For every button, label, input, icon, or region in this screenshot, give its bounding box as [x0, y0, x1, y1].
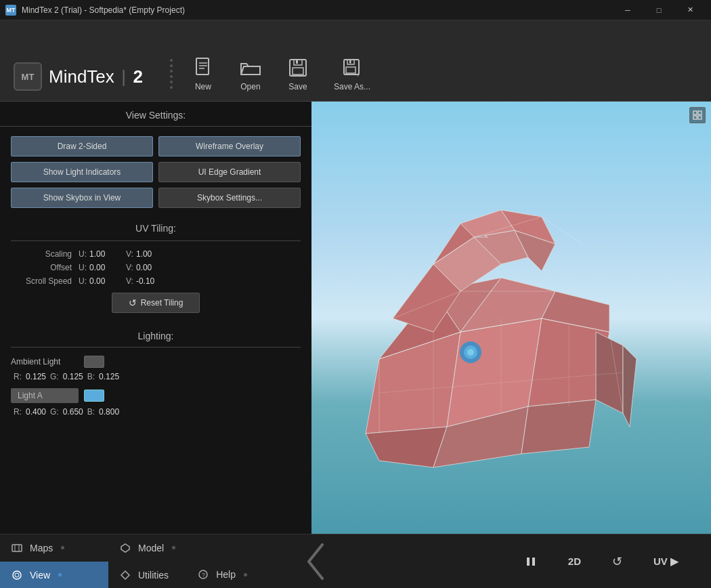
ui-edge-button[interactable]: UI Edge Gradient	[158, 162, 301, 182]
open-label: Open	[240, 82, 260, 91]
titlebar: MT MindTex 2 (Trial) - Softpedia* (Empty…	[0, 0, 711, 20]
offset-label: Offset	[11, 263, 79, 272]
svg-marker-58	[121, 544, 129, 552]
scaling-u-field: U: 1.00	[79, 249, 115, 259]
light-a-r-value: 0.400	[26, 407, 46, 417]
model-label: Model	[138, 543, 164, 553]
ambient-g-label: G:	[50, 372, 59, 381]
svg-marker-33	[521, 400, 596, 454]
2d-mode-button[interactable]: 2D	[563, 553, 586, 570]
view-btn-row-2: Show Light Indicators UI Edge Gradient	[0, 159, 311, 185]
ambient-b-label: B:	[87, 372, 95, 381]
light-a-swatch[interactable]	[84, 390, 104, 402]
logo-badge: MT	[14, 62, 42, 91]
svg-rect-0	[196, 58, 209, 75]
viewport-controls: 2D ↺ UV ▶	[258, 551, 711, 572]
nav-utilities[interactable]: Utilities	[108, 562, 186, 589]
wireframe-button[interactable]: Wireframe Overlay	[158, 136, 301, 156]
reset-tiling-button[interactable]: ↺ Reset Tiling	[112, 293, 200, 313]
help-icon: ?	[197, 568, 209, 581]
pause-button[interactable]	[519, 553, 542, 570]
uv-mode-button[interactable]: UV ▶	[648, 553, 684, 570]
ambient-swatch[interactable]	[84, 356, 104, 368]
svg-rect-6	[293, 68, 303, 75]
saveas-label: Save As...	[334, 82, 370, 91]
svg-text:?: ?	[202, 572, 205, 579]
close-button[interactable]: ✕	[674, 0, 706, 20]
maps-label: Maps	[30, 543, 53, 553]
help-label: Help	[216, 569, 236, 580]
model-icon	[119, 542, 131, 554]
logo-version: 2	[133, 66, 143, 87]
skybox-settings-button[interactable]: Skybox Settings...	[158, 188, 301, 208]
saveas-button[interactable]: + Save As...	[328, 54, 376, 94]
nav-model[interactable]: Model	[108, 534, 186, 562]
ambient-g-value: 0.125	[63, 372, 83, 381]
main-area: View Settings: Draw 2-Sided Wireframe Ov…	[0, 102, 711, 534]
reset-view-button[interactable]: ↺	[607, 551, 628, 572]
view-dot	[58, 573, 62, 576]
window-title: MindTex 2 (Trial) - Softpedia* (Empty Pr…	[22, 5, 185, 15]
svg-marker-35	[623, 345, 637, 427]
offset-v-value: 0.00	[136, 263, 162, 272]
left-arrow-button[interactable]	[299, 534, 332, 589]
offset-u-value: 0.00	[89, 263, 115, 272]
svg-rect-53	[12, 545, 22, 551]
light-a-row: Light A	[11, 388, 301, 403]
svg-rect-14	[698, 111, 702, 114]
offset-u-field: U: 0.00	[79, 263, 115, 272]
uv-tiling-title: UV Tiling:	[11, 217, 301, 241]
bottom-nav: Maps View Model Utilities	[0, 534, 711, 588]
scroll-v-field: V: -0.10	[126, 276, 162, 286]
nav-help[interactable]: ? Help	[186, 561, 258, 588]
svg-rect-61	[527, 558, 530, 566]
nav-maps[interactable]: Maps	[0, 534, 108, 562]
svg-text:+: +	[356, 72, 360, 79]
svg-rect-62	[532, 558, 535, 566]
nav-view[interactable]: View	[0, 562, 108, 589]
view-label: View	[30, 570, 50, 581]
draw2sided-button[interactable]: Draw 2-Sided	[11, 136, 153, 156]
nav-items-right: Model Utilities	[108, 534, 186, 589]
save-label: Save	[288, 82, 307, 91]
svg-marker-31	[366, 427, 447, 467]
light-a-b-value: 0.800	[99, 407, 119, 417]
scroll-row: Scroll Speed U: 0.00 V: -0.10	[11, 276, 301, 286]
ambient-r-label: R:	[14, 372, 22, 381]
maps-icon	[11, 542, 23, 554]
maximize-button[interactable]: □	[643, 0, 674, 20]
side-panel: View Settings: Draw 2-Sided Wireframe Ov…	[0, 102, 311, 534]
show-light-button[interactable]: Show Light Indicators	[11, 162, 153, 182]
nav-items-help: ? Help	[186, 561, 258, 588]
svg-point-38	[467, 349, 474, 356]
ambient-b-value: 0.125	[99, 372, 119, 381]
svg-point-57	[15, 573, 19, 577]
new-label: New	[195, 82, 211, 91]
help-dot	[244, 573, 247, 576]
view-btn-row-3: Show Skybox in View Skybox Settings...	[0, 185, 311, 211]
app-icon: MT	[5, 5, 16, 16]
ambient-light-row: Ambient Light	[11, 356, 301, 368]
lighting-section: Lighting: Ambient Light R: 0.125 G: 0.12…	[0, 324, 311, 430]
show-skybox-button[interactable]: Show Skybox in View	[11, 188, 153, 208]
minimize-button[interactable]: ─	[612, 0, 643, 20]
utilities-label: Utilities	[138, 570, 169, 581]
ambient-label: Ambient Light	[11, 357, 79, 366]
3d-model	[325, 142, 684, 495]
open-button[interactable]: Open	[234, 54, 267, 94]
maps-dot	[61, 546, 64, 549]
svg-rect-15	[693, 116, 697, 119]
new-button[interactable]: New	[186, 54, 220, 94]
save-button[interactable]: Save	[281, 54, 315, 94]
ambient-rgb-row: R: 0.125 G: 0.125 B: 0.125	[11, 372, 301, 381]
viewport-corner-button[interactable]	[689, 107, 706, 123]
scaling-v-field: V: 1.00	[126, 249, 162, 259]
svg-point-56	[13, 571, 21, 579]
logo-name: MindTex	[49, 66, 114, 87]
lighting-title: Lighting:	[11, 324, 301, 348]
viewport[interactable]: SOFTPEDIA®	[311, 102, 711, 534]
offset-row: Offset U: 0.00 V: 0.00	[11, 263, 301, 272]
offset-v-field: V: 0.00	[126, 263, 162, 272]
scaling-u-value: 1.00	[89, 249, 115, 259]
nav-items: Maps View	[0, 534, 108, 589]
